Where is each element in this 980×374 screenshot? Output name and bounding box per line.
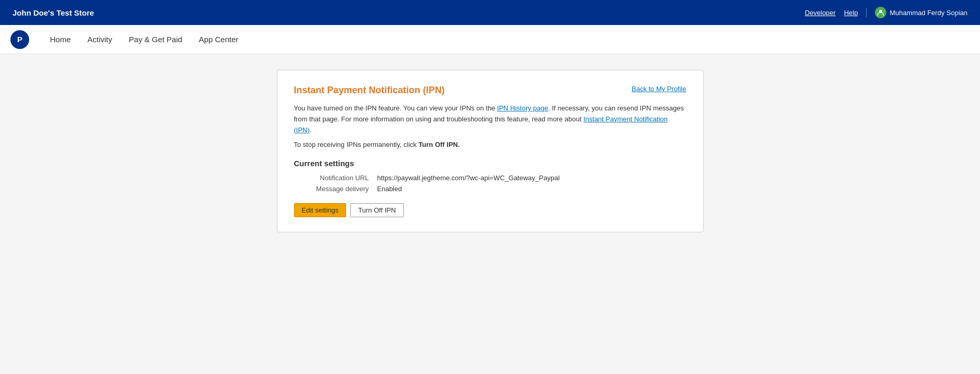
message-delivery-label: Message delivery [294,185,377,193]
notification-url-value: https://paywall.jegtheme.com/?wc-api=WC_… [377,174,560,182]
edit-settings-button[interactable]: Edit settings [294,203,347,217]
stop-text1: To stop receiving IPNs permanently, clic… [294,141,419,148]
message-delivery-value: Enabled [377,185,402,193]
message-delivery-row: Message delivery Enabled [294,185,686,193]
ipn-history-link[interactable]: IPN History page [497,104,548,112]
intro-paragraph: You have turned on the IPN feature. You … [294,103,686,135]
developer-link[interactable]: Developer [805,9,835,17]
card-wrapper: Instant Payment Notification (IPN) Back … [277,70,704,232]
nav-pay-get-paid[interactable]: Pay & Get Paid [129,33,183,46]
nav-bar: P Home Activity Pay & Get Paid App Cente… [0,25,980,54]
nav-app-center[interactable]: App Center [199,33,238,46]
store-name: John Doe's Test Store [12,8,94,17]
stop-bold: Turn Off IPN. [418,141,460,148]
stop-paragraph: To stop receiving IPNs permanently, clic… [294,140,686,151]
action-buttons: Edit settings Turn Off IPN [294,203,686,217]
page-wrapper: Instant Payment Notification (IPN) Back … [0,54,980,374]
nav-activity[interactable]: Activity [87,33,112,46]
header-right: Developer Help Muhammad Ferdy Sopian [805,7,968,18]
help-link[interactable]: Help [844,9,858,17]
card-body: You have turned on the IPN feature. You … [294,103,686,217]
ipn-title: Instant Payment Notification (IPN) [294,85,445,96]
current-settings-title: Current settings [294,159,686,168]
settings-table: Notification URL https://paywall.jegthem… [294,174,686,193]
turn-off-ipn-button[interactable]: Turn Off IPN [350,203,403,217]
header: John Doe's Test Store Developer Help Muh… [0,0,980,25]
intro-text3: . [310,126,312,134]
paypal-logo: P [10,30,29,49]
card-header: Instant Payment Notification (IPN) Back … [294,85,686,96]
notification-url-row: Notification URL https://paywall.jegthem… [294,174,686,182]
intro-text1: You have turned on the IPN feature. You … [294,104,498,112]
header-divider [866,8,867,17]
user-avatar [875,7,886,18]
nav-home[interactable]: Home [50,33,71,46]
notification-url-label: Notification URL [294,174,377,182]
user-menu[interactable]: Muhammad Ferdy Sopian [875,7,968,18]
user-name: Muhammad Ferdy Sopian [889,9,968,17]
svg-text:P: P [17,34,22,43]
back-to-profile-link[interactable]: Back to My Profile [632,85,686,93]
ipn-card: Instant Payment Notification (IPN) Back … [277,70,704,232]
